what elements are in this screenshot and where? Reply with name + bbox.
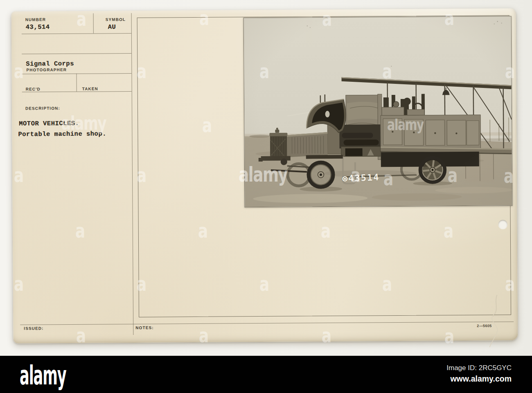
alamy-url-text: www.alamy.com [450,374,512,384]
description-line-1: MOTOR VEHICLES. [19,120,79,128]
alamy-logo: alamy [20,362,66,389]
taken-label: TAKEN [82,86,98,91]
form-line [76,74,77,92]
issued-label: ISSUED: [24,326,43,330]
description-line-2: Portable machine shop. [18,130,106,138]
alamy-stock-photo-page: NUMBER 43,514 SYMBOL AU Signal Corps PHO… [0,0,532,393]
number-label: NUMBER [25,17,46,22]
photographer-value: Signal Corps [26,60,74,68]
symbol-value: AU [108,23,116,31]
form-line [131,13,134,335]
form-line [20,321,514,325]
form-line [22,53,131,54]
punch-hole [498,220,507,229]
form-line [93,13,94,34]
alamy-footer-bar: alamy Image ID: 2RC5GYC www.alamy.com [0,356,532,393]
number-value: 43,514 [26,23,50,31]
photo-stamp-number: ⊗43514 [342,172,380,184]
image-id-text: Image ID: 2RC5GYC [446,364,512,372]
form-line [22,91,132,92]
signal-corps-index-card: NUMBER 43,514 SYMBOL AU Signal Corps PHO… [11,8,518,344]
description-label: DESCRIPTION: [25,106,60,111]
photographer-label: PHOTOGRAPHER [26,67,67,72]
form-line [22,33,131,34]
photograph: ⊗43514 [243,16,513,207]
received-label: REC'D [26,87,41,91]
symbol-label: SYMBOL [106,17,126,22]
notes-label: NOTES: [135,326,153,330]
crack-mark [471,294,513,348]
